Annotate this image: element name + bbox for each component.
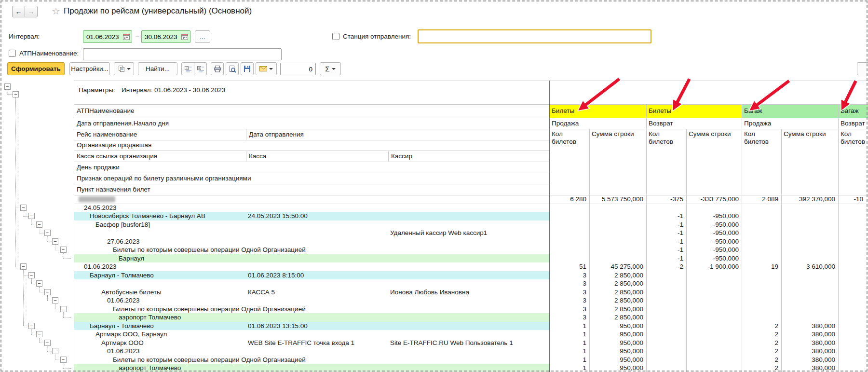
row-value-cell[interactable]: 950,000 (589, 364, 643, 372)
row-header-cell[interactable]: Дата отправления (249, 129, 304, 140)
calendar-icon[interactable] (179, 33, 190, 40)
row-value-cell[interactable]: 380,000 (781, 364, 835, 372)
row-value-cell[interactable]: -1 (646, 229, 683, 237)
row-header-cell[interactable]: Пункт назначения билет (77, 184, 150, 195)
row-value-cell[interactable]: -333 775,000 (686, 195, 739, 204)
row-value-cell[interactable]: 1 (549, 330, 586, 339)
row-value-cell[interactable]: -1 900,000 (686, 262, 739, 271)
row-desc-cell[interactable]: Артмарк ООО (101, 339, 144, 347)
tree-expander[interactable]: − (44, 340, 51, 346)
calendar-icon[interactable] (121, 33, 132, 40)
row-desc-cell[interactable]: 01.06.2023 13:15:00 (248, 322, 308, 331)
row-desc-cell[interactable]: Басфор [busfor18] (95, 220, 150, 229)
row-desc-cell[interactable]: аэропорт Толмачево (119, 313, 181, 322)
measure-header[interactable]: Сумма строки (784, 130, 837, 138)
atp-input[interactable] (83, 48, 282, 60)
tree-expander[interactable]: − (60, 357, 67, 363)
row-value-cell[interactable]: 2 850,000 (589, 279, 643, 288)
row-value-cell[interactable]: 950,000 (589, 347, 643, 356)
settings-button[interactable]: Настройки... (69, 62, 110, 75)
row-desc-cell[interactable]: 24.05.2023 15:50:00 (248, 212, 308, 220)
row-header-cell[interactable]: Рейс наименование (77, 129, 137, 140)
back-button[interactable]: ← (12, 6, 25, 17)
row-desc-cell[interactable]: Билеты по которым совершены операции Одн… (113, 305, 306, 314)
row-desc-cell[interactable]: Билеты по которым совершены операции Одн… (113, 356, 306, 364)
row-value-cell[interactable]: 51 (549, 262, 586, 271)
row-value-cell[interactable]: 2 850,000 (589, 305, 643, 314)
column-subgroup-header[interactable]: Продажа (744, 118, 771, 129)
row-desc-cell[interactable]: 24.05.2023 (84, 204, 117, 212)
tree-expander[interactable]: − (28, 272, 35, 278)
tree-expander[interactable]: − (36, 331, 42, 337)
report-variants-button[interactable] (114, 62, 134, 75)
preview-button[interactable] (226, 62, 239, 75)
row-header-cell[interactable]: Кассир (391, 151, 412, 162)
row-desc-cell[interactable]: Site E-TRAFFIC.RU Web Пользователь 1 (390, 339, 513, 347)
date-from-input[interactable] (83, 33, 121, 41)
column-group-header[interactable]: Багаж (742, 104, 838, 118)
row-desc-cell[interactable]: Артмарк ООО, Барнаул (95, 330, 167, 339)
row-value-cell[interactable]: 1 (549, 364, 586, 372)
tree-expander[interactable]: − (20, 263, 27, 270)
tree-expander[interactable]: − (4, 83, 11, 90)
row-value-cell[interactable]: -950,000 (686, 220, 739, 229)
column-group-header[interactable]: Билеты (646, 104, 742, 118)
save-button[interactable] (241, 62, 254, 75)
more-button[interactable]: Ещё (857, 62, 868, 75)
row-value-cell[interactable]: 380,000 (781, 356, 835, 364)
row-desc-cell[interactable]: 27.06.2023 (107, 237, 140, 246)
row-value-cell[interactable]: 950,000 (589, 322, 643, 331)
row-desc-cell[interactable]: 01.06.2023 (107, 347, 140, 356)
row-desc-cell[interactable]: Барнаул - Толмачево (90, 271, 154, 280)
row-desc-cell[interactable]: 01.06.2023 8:15:00 (248, 271, 304, 280)
measure-header[interactable]: Кол билетов (744, 130, 780, 146)
print-button[interactable] (211, 62, 224, 75)
measure-header[interactable]: Кол билетов (552, 130, 588, 146)
row-desc-cell[interactable]: КАССА 5 (248, 288, 275, 297)
row-value-cell[interactable]: 1 (549, 347, 586, 356)
row-value-cell[interactable]: 2 (742, 339, 778, 347)
row-value-cell[interactable]: -950,000 (686, 254, 739, 263)
row-value-cell[interactable]: 3 (549, 296, 586, 305)
tree-expander[interactable]: − (28, 323, 35, 329)
row-value-cell[interactable]: 2 (742, 364, 778, 372)
row-value-cell[interactable]: -2 (646, 262, 683, 271)
row-value-cell[interactable]: -950,000 (686, 229, 739, 237)
row-value-cell[interactable]: 2 850,000 (589, 271, 643, 280)
row-desc-cell[interactable]: Ионова Любовь Ивановна (390, 288, 469, 297)
row-value-cell[interactable]: 380,000 (781, 330, 835, 339)
tree-expander[interactable]: − (60, 306, 67, 312)
row-value-cell[interactable]: 2 (742, 330, 778, 339)
generate-button[interactable]: Сформировать (7, 62, 65, 75)
row-value-cell[interactable]: 3 (549, 305, 586, 314)
tree-expander[interactable]: − (44, 230, 51, 236)
station-checkbox[interactable] (332, 33, 339, 40)
row-value-cell[interactable]: 2 850,000 (589, 313, 643, 322)
row-header-cell[interactable]: Касса ссылка организация (77, 151, 157, 162)
row-value-cell[interactable]: -1 (646, 212, 683, 220)
row-desc-cell[interactable]: Автобусные билеты (101, 288, 162, 297)
row-value-cell[interactable]: 2 (742, 356, 778, 364)
tree-expander[interactable]: − (52, 297, 58, 303)
measure-header[interactable]: Кол билетов (841, 130, 865, 146)
row-desc-cell[interactable]: Барнаул (119, 254, 144, 263)
row-desc-cell[interactable]: 01.06.2023 (107, 296, 140, 305)
row-header-cell[interactable]: День продажи (77, 162, 120, 173)
atp-checkbox[interactable] (9, 50, 16, 57)
forward-button[interactable]: → (25, 6, 38, 17)
row-value-cell[interactable]: 950,000 (589, 330, 643, 339)
row-desc-cell[interactable]: аэропорт Толмачево (119, 364, 181, 372)
row-value-cell[interactable]: 392 370,000 (781, 195, 835, 204)
row-value-cell[interactable]: 2 (742, 347, 778, 356)
row-value-cell[interactable]: 3 (549, 271, 586, 280)
find-button[interactable]: Найти... (138, 62, 177, 75)
column-subgroup-header[interactable]: Возврат (841, 118, 865, 129)
row-value-cell[interactable]: 2 089 (742, 195, 778, 204)
row-value-cell[interactable]: 3 610,000 (781, 262, 835, 271)
row-value-cell[interactable]: 3 (549, 313, 586, 322)
row-value-cell[interactable]: -375 (646, 195, 683, 204)
row-value-cell[interactable]: -950,000 (686, 237, 739, 246)
row-header-cell[interactable]: Касса (249, 151, 266, 162)
date-to-input[interactable] (142, 33, 179, 41)
tree-expander[interactable]: − (44, 289, 51, 295)
